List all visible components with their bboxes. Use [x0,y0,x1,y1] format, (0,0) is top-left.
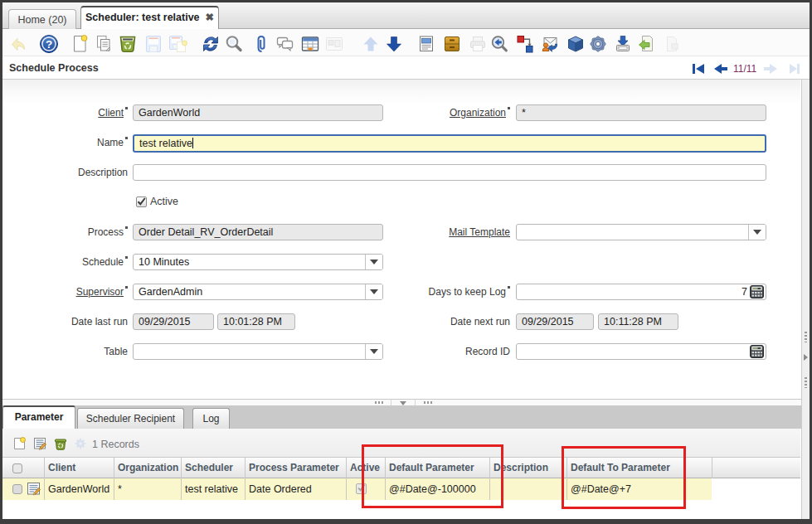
svg-text:?: ? [46,38,52,51]
svg-text:11/11: 11/11 [733,63,757,75]
